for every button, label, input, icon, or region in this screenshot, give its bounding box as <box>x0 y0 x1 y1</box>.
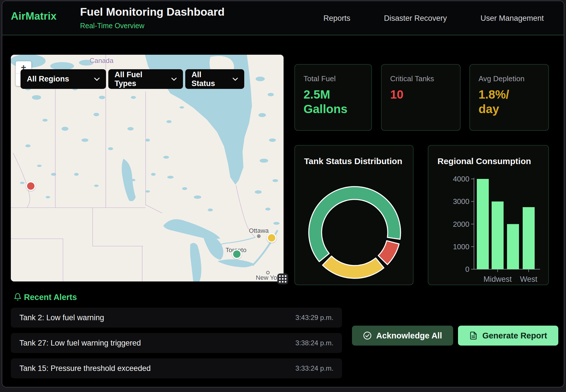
y-tick-label: 3000 <box>453 197 469 206</box>
y-tick-label: 2000 <box>453 220 469 228</box>
nav-reports[interactable]: Reports <box>323 14 351 23</box>
bar-0 <box>477 179 489 269</box>
bell-icon <box>14 292 22 301</box>
stat-card-critical-tanks: Critical Tanks 10 <box>381 64 461 131</box>
alert-row[interactable]: Tank 2: Low fuel warning 3:43:29 p.m. <box>11 308 342 328</box>
acknowledge-all-label: Acknowledge All <box>376 331 442 340</box>
bar-2 <box>507 224 519 270</box>
x-tick-label: West <box>520 275 538 283</box>
map-label-country: Canada <box>89 57 113 65</box>
filter-status-dropdown[interactable]: All Status <box>185 69 244 89</box>
map-filters: All Regions All Fuel Types All Status <box>21 69 244 89</box>
stat-label: Avg Depletion <box>479 74 540 83</box>
stat-value: 1.8%/day <box>479 87 516 116</box>
filter-regions-dropdown[interactable]: All Regions <box>21 69 106 89</box>
bar-1 <box>492 201 504 269</box>
regional-consumption-chart-card: Regional Consumption 01000200030004000Mi… <box>428 145 549 285</box>
tank-marker-critical[interactable] <box>26 181 36 191</box>
stat-value: 10 <box>390 87 451 102</box>
stat-card-avg-depletion: Avg Depletion 1.8%/day <box>469 64 549 131</box>
tank-marker-warning[interactable] <box>267 233 276 243</box>
chevron-down-icon <box>233 77 238 81</box>
chevron-down-icon <box>171 77 177 81</box>
tank-status-chart-card: Tank Status Distribution <box>294 145 414 285</box>
dashboard-root: AirMatrix Fuel Monitoring Dashboard Real… <box>0 0 566 392</box>
acknowledge-all-button[interactable]: Acknowledge All <box>352 326 453 346</box>
stat-label: Critical Tanks <box>390 74 451 83</box>
generate-report-label: Generate Report <box>482 331 547 340</box>
bar-3 <box>523 207 535 269</box>
tank-status-donut-chart[interactable] <box>295 146 414 286</box>
filter-fuel-types-dropdown[interactable]: All Fuel Types <box>108 69 183 89</box>
y-tick-label: 1000 <box>453 242 469 251</box>
map-label-ottawa: Ottawa <box>249 227 269 234</box>
alert-row[interactable]: Tank 15: Pressure threshold exceeded 3:3… <box>11 358 342 378</box>
tank-map[interactable]: Canada Ottawa Toronto New York + − All R… <box>11 55 284 281</box>
regional-consumption-bar-chart[interactable]: 01000200030004000MidwestWest <box>428 146 549 286</box>
generate-report-button[interactable]: Generate Report <box>458 326 558 346</box>
alert-row[interactable]: Tank 27: Low fuel warning triggered 3:38… <box>11 333 342 353</box>
alert-message: Tank 27: Low fuel warning triggered <box>19 339 141 348</box>
y-tick-label: 0 <box>465 265 469 273</box>
donut-segment-critical <box>378 241 399 265</box>
brand-logo: AirMatrix <box>11 10 56 22</box>
nav-disaster-recovery[interactable]: Disaster Recovery <box>384 14 447 23</box>
alerts-section-title: Recent Alerts <box>24 293 77 302</box>
stat-value: 2.5M Gallons <box>304 87 365 116</box>
stat-label: Total Fuel <box>304 74 363 83</box>
filter-fuel-types-value: All Fuel Types <box>115 70 164 88</box>
page-title: Fuel Monitoring Dashboard <box>80 6 225 18</box>
alert-timestamp: 3:33:24 p.m. <box>296 364 333 372</box>
y-tick-label: 4000 <box>453 175 469 183</box>
map-resize-handle[interactable] <box>277 273 288 284</box>
filter-regions-value: All Regions <box>27 75 69 83</box>
tank-marker-normal[interactable] <box>232 249 242 259</box>
donut-segment-warning <box>323 256 384 278</box>
check-circle-icon <box>363 331 372 340</box>
stat-card-total-fuel: Total Fuel 2.5M Gallons <box>294 64 372 131</box>
app-header: AirMatrix Fuel Monitoring Dashboard Real… <box>2 1 564 35</box>
chevron-down-icon <box>94 77 100 81</box>
filter-status-value: All Status <box>192 70 225 88</box>
main-nav: Reports Disaster Recovery User Managemen… <box>323 1 555 35</box>
alert-message: Tank 2: Low fuel warning <box>19 313 104 322</box>
alert-timestamp: 3:38:24 p.m. <box>296 339 333 347</box>
alert-message: Tank 15: Pressure threshold exceeded <box>19 364 151 373</box>
x-tick-label: Midwest <box>483 275 512 283</box>
file-text-icon <box>469 331 478 340</box>
alert-timestamp: 3:43:29 p.m. <box>296 314 333 322</box>
page-subtitle: Real-Time Overview <box>80 22 144 30</box>
nav-user-management[interactable]: User Management <box>481 14 544 23</box>
